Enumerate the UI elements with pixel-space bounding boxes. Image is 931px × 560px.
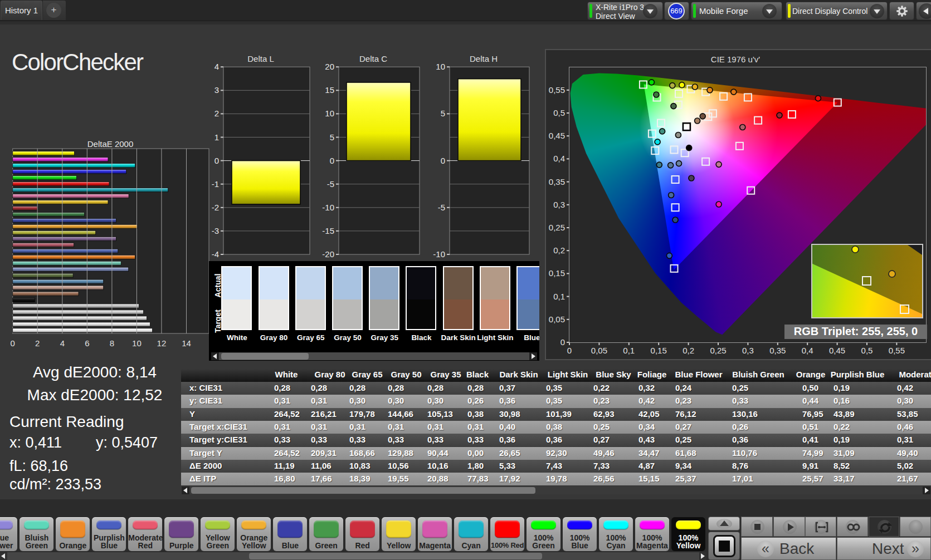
svg-text:0,4: 0,4 [802,346,813,355]
svg-text:-5: -5 [438,203,445,212]
svg-text:2: 2 [215,109,219,118]
svg-text:-3: -3 [212,226,219,235]
svg-text:10: 10 [132,338,142,348]
svg-text:4: 4 [60,338,65,348]
svg-text:0: 0 [567,346,572,355]
svg-text:-5: -5 [327,179,334,189]
svg-text:0,2: 0,2 [683,346,694,355]
svg-text:0,4: 0,4 [553,154,565,163]
svg-text:14: 14 [182,338,191,348]
svg-text:0,45: 0,45 [549,131,565,140]
svg-text:Delta H: Delta H [470,54,498,63]
svg-text:0,25: 0,25 [549,223,565,232]
svg-text:5: 5 [330,132,334,142]
svg-text:0: 0 [441,156,445,165]
svg-text:8: 8 [110,338,114,348]
svg-text:-10: -10 [322,203,334,212]
svg-text:0,15: 0,15 [651,346,667,355]
svg-text:-15: -15 [322,226,334,235]
svg-text:Delta C: Delta C [359,54,387,63]
svg-text:-2: -2 [212,203,219,212]
svg-text:0,5: 0,5 [861,346,873,355]
svg-text:0,3: 0,3 [742,346,754,355]
svg-text:4: 4 [215,62,219,71]
svg-text:0,45: 0,45 [829,346,845,355]
svg-text:0,2: 0,2 [553,245,565,255]
svg-text:5: 5 [441,109,445,118]
svg-text:0,05: 0,05 [591,346,607,355]
svg-text:Delta L: Delta L [247,54,274,63]
svg-text:10: 10 [436,62,445,71]
svg-text:20: 20 [325,62,334,71]
svg-text:0,1: 0,1 [623,346,635,355]
svg-text:0,1: 0,1 [553,292,565,301]
svg-text:0,55: 0,55 [549,85,565,95]
svg-text:0,5: 0,5 [553,108,565,117]
svg-text:-4: -4 [212,249,219,259]
svg-text:0: 0 [11,338,15,348]
svg-text:2: 2 [35,338,40,348]
svg-text:0,35: 0,35 [769,346,786,355]
svg-text:3: 3 [215,85,219,95]
svg-text:0: 0 [560,337,565,347]
svg-text:0: 0 [330,156,334,165]
svg-text:10: 10 [325,109,334,118]
svg-text:-20: -20 [322,249,334,259]
svg-text:DeltaE 2000: DeltaE 2000 [87,139,134,149]
svg-text:0,35: 0,35 [549,177,565,186]
svg-text:6: 6 [85,338,89,348]
svg-text:15: 15 [325,85,334,95]
svg-text:-10: -10 [433,249,445,259]
svg-text:0,55: 0,55 [889,346,905,355]
svg-text:0,25: 0,25 [710,346,726,355]
svg-text:0,15: 0,15 [549,268,565,278]
svg-text:1: 1 [215,132,219,142]
svg-text:0: 0 [215,156,219,165]
svg-text:-1: -1 [212,179,219,189]
svg-text:12: 12 [157,338,167,348]
svg-text:0,05: 0,05 [549,315,565,324]
svg-text:0,3: 0,3 [553,200,565,209]
